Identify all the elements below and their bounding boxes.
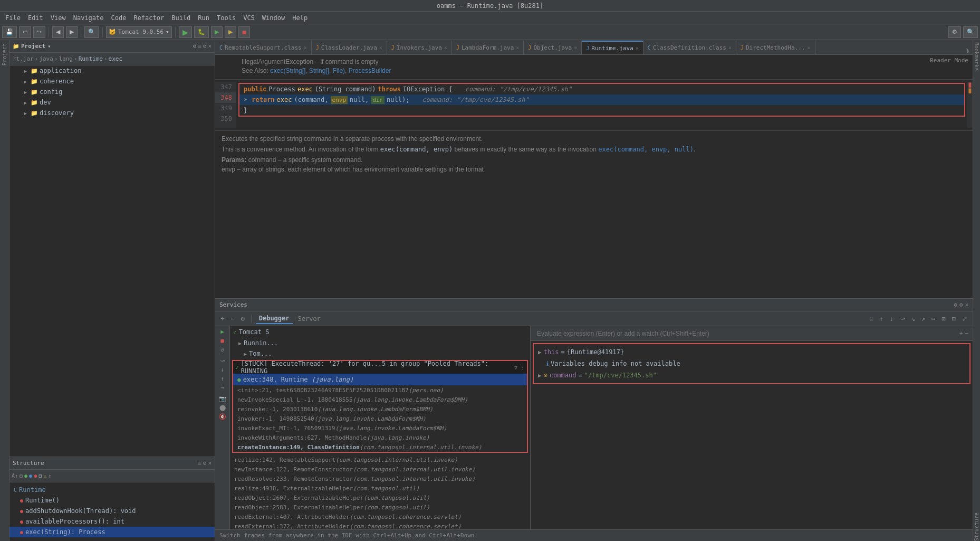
tab-server[interactable]: Server <box>295 314 324 324</box>
struct-item-runtime[interactable]: C Runtime <box>9 485 215 495</box>
camera-icon[interactable]: 📷 <box>219 395 226 402</box>
run-cursor-side-icon[interactable]: → <box>220 384 224 391</box>
reader-mode-label[interactable]: Reader Mode <box>930 57 968 64</box>
menu-vcs[interactable]: VCS <box>240 13 258 23</box>
profile-button[interactable]: ▶ <box>225 26 236 38</box>
structure-right-tab[interactable]: Structure <box>974 512 979 541</box>
stack-frame-item[interactable]: <init>:21, test6S80B23246A978E5F5F252051… <box>233 385 527 395</box>
eval-add-icon[interactable]: + <box>959 330 963 337</box>
breadcrumb-lang[interactable]: lang <box>59 55 73 62</box>
search-button[interactable]: 🔍 <box>84 26 99 38</box>
redo-button[interactable]: ↪ <box>33 26 45 38</box>
tree-item-discovery[interactable]: ▶ 📁 discovery <box>9 108 215 118</box>
menu-help[interactable]: Help <box>289 13 311 23</box>
menu-window[interactable]: Window <box>259 13 288 23</box>
dropdown-icon[interactable]: ⋮ <box>520 365 525 371</box>
blue-icon[interactable]: ● <box>29 473 32 479</box>
settings-icon[interactable]: ⚙ <box>203 43 207 50</box>
settings-icon[interactable]: ⚙ <box>238 314 246 324</box>
stop-button[interactable]: ■ <box>238 26 250 38</box>
filter-icon[interactable]: ▽ <box>514 365 517 371</box>
down-icon[interactable]: ↓ <box>888 314 896 324</box>
step-out-icon[interactable]: ↗ <box>919 314 927 324</box>
search-everywhere-icon[interactable]: 🔍 <box>963 26 978 38</box>
stack-frame-item[interactable]: readResolve:233, RemoteConstructor (com.… <box>234 474 526 483</box>
table-icon[interactable]: ⊞ <box>940 314 948 324</box>
stack-frame-item[interactable]: realize:4938, ExternalizableHelper (com.… <box>234 483 526 493</box>
close-icon[interactable]: × <box>728 45 732 51</box>
menu-tools[interactable]: Tools <box>214 13 239 23</box>
breadcrumb-java[interactable]: java <box>39 55 53 62</box>
settings2-icon[interactable]: ⚙ <box>959 301 963 308</box>
run-button[interactable]: ▶ <box>179 26 192 38</box>
struct-item-addshutdown[interactable]: ● addShutdownHook(Thread): void <box>9 506 215 516</box>
tree-item-config[interactable]: ▶ 📁 config <box>9 87 215 97</box>
menu-run[interactable]: Run <box>195 13 213 23</box>
menu-refactor[interactable]: Refactor <box>130 13 167 23</box>
project-tab[interactable]: Project <box>1 40 8 69</box>
coverage-button[interactable]: ▶ <box>211 26 223 38</box>
stack-frame-item-highlight[interactable]: createInstance:149, ClassDefinition (com… <box>233 442 527 452</box>
breadcrumb-runtime[interactable]: Runtime <box>79 55 103 62</box>
tab-classloader[interactable]: J ClassLoader.java × <box>312 41 387 54</box>
tomcat-service-item[interactable]: ✓ Tomcat S <box>230 326 530 338</box>
run-to-cursor-icon[interactable]: ↦ <box>929 314 937 324</box>
back-button[interactable]: ◀ <box>52 26 64 38</box>
group-icon[interactable]: ⊞ <box>20 473 23 479</box>
undo-button[interactable]: ↩ <box>19 26 31 38</box>
step-into-icon[interactable]: ↘ <box>909 314 917 324</box>
tab-runtime[interactable]: J Runtime.java × <box>582 41 643 54</box>
tomcat-selector[interactable]: 🐱 Tomcat 9.0.56 ▾ <box>106 26 172 38</box>
red-icon[interactable]: ● <box>34 473 37 479</box>
close-icon[interactable]: × <box>965 301 968 308</box>
expand-icon[interactable]: ⤢ <box>960 314 969 324</box>
remove-icon[interactable]: − <box>228 314 236 324</box>
eval-remove-icon[interactable]: − <box>965 330 968 337</box>
menu-build[interactable]: Build <box>168 13 194 23</box>
stack-frame-item[interactable]: readObject:2607, ExternalizableHelper (c… <box>234 493 526 502</box>
close-icon[interactable]: × <box>208 43 212 50</box>
warning-icon[interactable]: ⚠ <box>43 473 46 479</box>
collapse-icon[interactable]: ≡ <box>198 43 201 50</box>
bookmarks-tab[interactable]: Bookmarks <box>974 42 979 71</box>
close-icon[interactable]: × <box>379 45 382 51</box>
close-icon[interactable]: × <box>208 460 212 467</box>
debug-button[interactable]: 🐛 <box>194 26 209 38</box>
stack-frame-item[interactable]: reinvoke:-1, 2030138610 (java.lang.invok… <box>233 404 527 414</box>
stack-frame-item[interactable]: realize:142, RemotableSupport (com.tango… <box>234 455 526 464</box>
sort-icon[interactable]: ≡ <box>198 460 201 467</box>
tab-invokers[interactable]: J Invokers.java × <box>387 41 452 54</box>
struct-item-exec[interactable]: ● exec(String): Process <box>9 527 215 537</box>
tab-debugger[interactable]: Debugger <box>256 314 293 324</box>
tree-item-application[interactable]: ▶ 📁 application <box>9 65 215 76</box>
stack-frame-item[interactable]: readExternal:407, AttributeHolder (com.t… <box>234 512 526 521</box>
active-frame[interactable]: ● exec:348, Runtime (java.lang) <box>233 374 527 385</box>
sync-icon[interactable]: ⚙ <box>193 43 197 50</box>
up-icon[interactable]: ↑ <box>877 314 885 324</box>
step-over-icon[interactable]: ⤻ <box>898 314 907 324</box>
stack-frame-item[interactable]: invokeWithArguments:627, MethodHandle (j… <box>233 433 527 442</box>
close-icon[interactable]: × <box>444 45 447 51</box>
settings-icon[interactable]: ⚙ <box>948 26 961 38</box>
close-icon[interactable]: × <box>516 45 519 51</box>
tab-lambdaform[interactable]: J LambdaForm.java × <box>452 41 524 54</box>
step-over-side-icon[interactable]: ⤻ <box>220 357 225 364</box>
stack-frame-item[interactable]: invoker:-1, 1498852540 (java.lang.invoke… <box>233 414 527 423</box>
settings-icon[interactable]: ⚙ <box>203 460 207 467</box>
struct-item-constructor[interactable]: ● Runtime() <box>9 495 215 506</box>
close-icon[interactable]: × <box>808 45 811 51</box>
mute-icon[interactable]: 🔇 <box>219 413 226 420</box>
play-icon[interactable]: ▶ <box>220 328 224 335</box>
tree-item-coherence[interactable]: ▶ 📁 coherence <box>9 76 215 87</box>
expand-arrow[interactable]: ▶ <box>538 349 542 356</box>
horizontal-icon[interactable]: ⊟ <box>950 314 958 324</box>
tom-item[interactable]: ▶ Tom... <box>230 348 530 359</box>
tab-classdefinition[interactable]: C ClassDefinition.class × <box>643 41 736 54</box>
chevron-right-icon[interactable]: ❯ <box>963 47 973 54</box>
menu-code[interactable]: Code <box>108 13 130 23</box>
expand-icon[interactable]: ↕ <box>48 473 51 479</box>
save-button[interactable]: 💾 <box>2 26 17 38</box>
tab-remotable[interactable]: C RemotableSupport.class × <box>215 41 312 54</box>
stuck-thread-header[interactable]: ✓ [STUCK] ExecuteThread: '27' for qu...5… <box>233 361 527 374</box>
breadcrumb-rt[interactable]: rt.jar <box>13 55 34 62</box>
